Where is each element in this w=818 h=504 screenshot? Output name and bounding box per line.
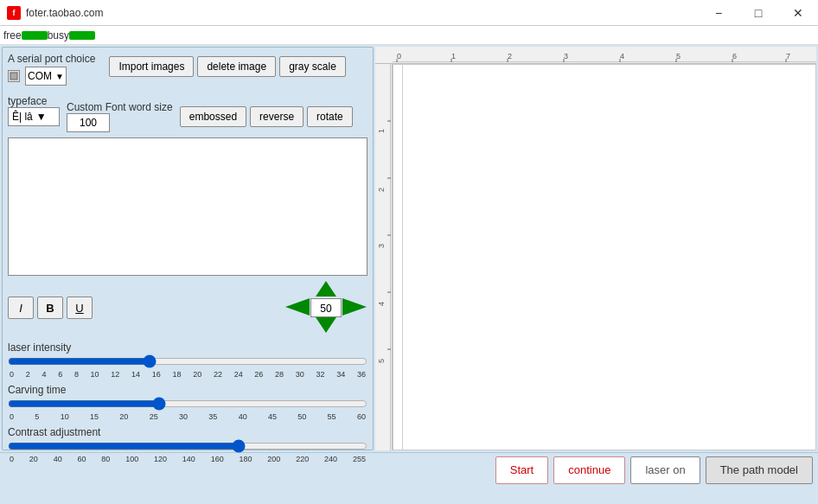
- svg-text:4: 4: [377, 302, 386, 306]
- laser-intensity-label: laser intensity: [8, 341, 367, 354]
- svg-marker-1: [316, 281, 336, 297]
- maximize-button[interactable]: □: [738, 0, 778, 26]
- com-dropdown-arrow: ▼: [55, 72, 64, 81]
- laser-on-button[interactable]: laser on: [630, 456, 700, 484]
- path-model-button[interactable]: The path model: [706, 456, 813, 484]
- carving-time-slider[interactable]: [8, 398, 367, 410]
- contrast-slider[interactable]: [8, 440, 367, 452]
- bold-button[interactable]: B: [37, 297, 63, 319]
- text-area[interactable]: [9, 138, 367, 275]
- embossed-button[interactable]: embossed: [180, 106, 246, 127]
- serial-port-label: A serial port choice: [8, 53, 95, 65]
- svg-marker-4: [316, 317, 336, 333]
- main-layout: A serial port choice COM ▼ Import images…: [0, 45, 818, 452]
- com-select[interactable]: COM ▼: [25, 67, 67, 86]
- svg-text:6: 6: [732, 52, 737, 61]
- ruler-left: 1 2 3 4 5: [375, 64, 393, 450]
- window-controls: − □ ✕: [699, 0, 818, 26]
- format-row: I B U 50: [8, 281, 367, 335]
- contrast-label: Contrast adjustment: [8, 426, 367, 438]
- svg-text:2: 2: [377, 188, 386, 192]
- nav-right-button[interactable]: [341, 297, 368, 320]
- start-button[interactable]: Start: [495, 456, 548, 484]
- svg-marker-3: [342, 298, 367, 316]
- free-indicator: [22, 31, 48, 40]
- left-panel: A serial port choice COM ▼ Import images…: [2, 47, 374, 450]
- typeface-row: typeface Ê| lâ ▼ Custom Font word size 1…: [8, 89, 367, 132]
- svg-text:5: 5: [676, 52, 681, 61]
- title-text: foter.taobao.com: [26, 7, 103, 19]
- rotate-button[interactable]: rotate: [307, 106, 353, 127]
- arrow-cluster: 50: [284, 281, 367, 335]
- nav-down-button[interactable]: [314, 316, 338, 337]
- svg-rect-0: [10, 73, 17, 80]
- canvas-area: [393, 64, 816, 450]
- gray-scale-button[interactable]: gray scale: [279, 56, 346, 77]
- delete-image-button[interactable]: delete image: [197, 56, 276, 77]
- nav-arrows: 50: [284, 281, 367, 335]
- svg-text:4: 4: [620, 52, 624, 61]
- laser-intensity-row: laser intensity 024681012141618202224262…: [8, 341, 367, 379]
- font-select-arrow: ▼: [36, 111, 47, 123]
- import-images-button[interactable]: Import images: [109, 56, 194, 77]
- svg-text:7: 7: [786, 52, 790, 61]
- com-text: COM: [28, 70, 52, 82]
- svg-text:0: 0: [397, 52, 401, 61]
- font-size-label: Custom Font word size: [67, 101, 173, 113]
- ruler-top: 0 1 2 3 4 5 6 7: [375, 47, 816, 64]
- sliders-section: laser intensity 024681012141618202224262…: [8, 341, 367, 463]
- menu-bar: free busy: [0, 26, 818, 45]
- image-buttons-row: Import images delete image gray scale: [109, 56, 345, 77]
- contrast-ticks: 020406080100120140160180200220240255: [8, 455, 367, 463]
- app-icon: f: [7, 6, 21, 20]
- reverse-button[interactable]: reverse: [250, 106, 304, 127]
- com-icon: [8, 70, 20, 82]
- close-button[interactable]: ✕: [778, 0, 818, 26]
- svg-text:2: 2: [508, 52, 512, 61]
- italic-button[interactable]: I: [8, 297, 34, 319]
- svg-text:3: 3: [377, 244, 386, 248]
- canvas-guide-line: [402, 65, 403, 450]
- ruler-top-svg: 0 1 2 3 4 5 6 7: [393, 47, 816, 62]
- svg-text:1: 1: [451, 52, 456, 61]
- svg-text:5: 5: [377, 359, 386, 363]
- svg-text:3: 3: [564, 52, 568, 61]
- serial-port-row: A serial port choice COM ▼ Import images…: [8, 53, 367, 86]
- free-label: free: [3, 29, 22, 41]
- underline-button[interactable]: U: [67, 297, 93, 319]
- title-bar: f foter.taobao.com − □ ✕: [0, 0, 818, 26]
- font-select[interactable]: Ê| lâ ▼: [8, 107, 60, 126]
- nav-up-button[interactable]: [314, 279, 338, 301]
- contrast-row: Contrast adjustment 02040608010012014016…: [8, 426, 367, 463]
- busy-indicator: [69, 31, 95, 40]
- font-size-input[interactable]: 100: [67, 113, 110, 132]
- svg-text:1: 1: [377, 129, 386, 133]
- laser-intensity-ticks: 024681012141618202224262830323436: [8, 370, 367, 379]
- text-area-container: [8, 137, 367, 276]
- carving-time-ticks: 051015202530354045505560: [8, 412, 367, 421]
- laser-intensity-slider[interactable]: [8, 355, 367, 367]
- carving-time-label: Carving time: [8, 384, 367, 396]
- nav-left-button[interactable]: [284, 297, 311, 320]
- continue-button[interactable]: continue: [553, 456, 625, 484]
- ruler-left-svg: 1 2 3 4 5: [375, 64, 391, 450]
- minimize-button[interactable]: −: [699, 0, 738, 26]
- svg-marker-2: [285, 298, 310, 316]
- font-select-text: Ê| lâ: [12, 111, 33, 123]
- right-panel: 0 1 2 3 4 5 6 7 1: [375, 47, 816, 450]
- busy-label: busy: [48, 29, 69, 41]
- carving-time-row: Carving time 051015202530354045505560: [8, 384, 367, 421]
- typeface-label: typeface: [8, 95, 60, 107]
